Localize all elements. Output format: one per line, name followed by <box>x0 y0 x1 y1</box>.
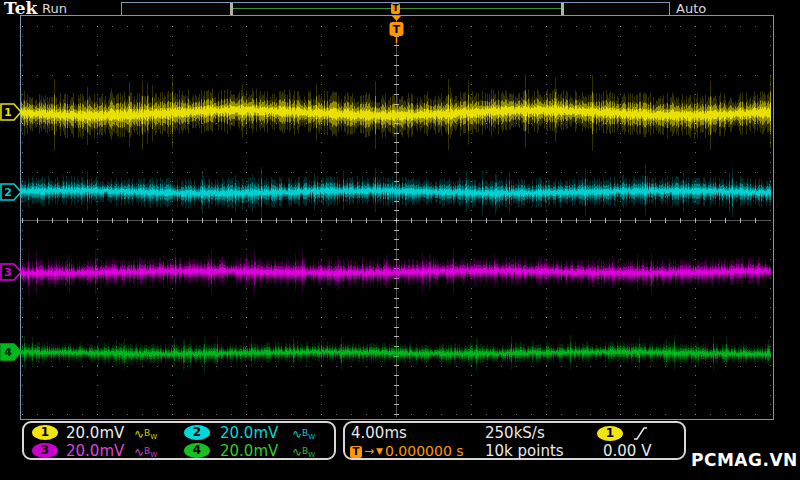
horizontal-trigger-readouts-box[interactable]: 4.00ms 250kS/s 1 T→▼0.000000 s 10k point… <box>343 421 686 460</box>
trigger-position-marker-icon[interactable]: T <box>389 16 404 43</box>
svg-text:2: 2 <box>4 186 12 199</box>
record-length-readout: 10k points <box>485 443 564 459</box>
channel4-scale: 20.0mV <box>220 443 278 459</box>
trigger-position-value: 0.000000 s <box>385 444 464 459</box>
channel1-scale: 20.0mV <box>66 425 124 441</box>
channel3-ground-marker-icon[interactable]: 3 <box>0 263 24 281</box>
timebase-readout: 4.00ms <box>351 425 407 441</box>
channel2-ground-marker-icon[interactable]: 2 <box>0 183 24 201</box>
record-window-bracket-left[interactable] <box>230 3 233 15</box>
channel2-badge[interactable]: 2 <box>184 425 210 440</box>
trigger-marker-label: T <box>393 23 401 36</box>
trigger-mode-label: Auto <box>676 1 706 16</box>
trigger-source-badge[interactable]: 1 <box>597 426 623 441</box>
trigger-arrow-icon: → <box>364 444 374 459</box>
channel1-badge[interactable]: 1 <box>32 425 58 440</box>
record-trigger-icon: T <box>391 3 400 14</box>
channel4-coupling-bw-icon: ∿BW <box>292 443 315 463</box>
watermark-label: PCMAG.VN <box>691 450 798 470</box>
trigger-t-icon: T <box>350 446 362 458</box>
trigger-position-readout: T→▼0.000000 s <box>350 444 464 459</box>
trigger-slope-rising-icon <box>633 426 648 441</box>
channel2-scale: 20.0mV <box>220 425 278 441</box>
channel4-ground-marker-icon[interactable]: 4 <box>0 343 24 361</box>
channel4-badge[interactable]: 4 <box>184 443 210 458</box>
trigger-level-readout: 0.00 V <box>603 443 651 459</box>
svg-text:1: 1 <box>4 106 12 119</box>
channel1-coupling-bw-icon: ∿BW <box>134 425 157 445</box>
channel3-badge[interactable]: 3 <box>32 443 58 458</box>
svg-text:4: 4 <box>4 346 12 359</box>
channel3-coupling-bw-icon: ∿BW <box>134 443 157 463</box>
channel1-ground-marker-icon[interactable]: 1 <box>0 103 24 121</box>
channel-readouts-box: 1 20.0mV ∿BW 2 20.0mV ∿BW 3 20.0mV ∿BW 4… <box>22 421 336 460</box>
scope-traces-canvas <box>21 16 771 417</box>
channel3-scale: 20.0mV <box>66 443 124 459</box>
channel2-coupling-bw-icon: ∿BW <box>292 425 315 445</box>
record-window-bracket-right[interactable] <box>561 3 564 15</box>
record-view-bar[interactable]: T <box>121 2 670 16</box>
trigger-pointer-icon: ▼ <box>376 444 383 459</box>
acquisition-state-label: Run <box>42 1 67 16</box>
sample-rate-readout: 250kS/s <box>485 425 545 441</box>
waveform-display-area[interactable] <box>20 15 774 420</box>
svg-text:3: 3 <box>4 266 12 279</box>
